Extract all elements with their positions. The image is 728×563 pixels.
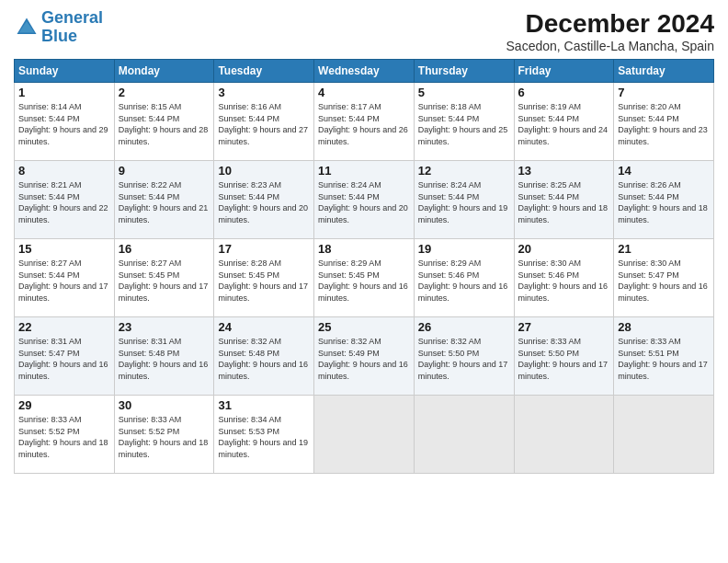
table-row: 14Sunrise: 8:26 AMSunset: 5:44 PMDayligh… — [614, 161, 714, 239]
table-row: 20Sunrise: 8:30 AMSunset: 5:46 PMDayligh… — [514, 239, 614, 317]
table-row: 17Sunrise: 8:28 AMSunset: 5:45 PMDayligh… — [214, 239, 314, 317]
table-row: 15Sunrise: 8:27 AMSunset: 5:44 PMDayligh… — [15, 239, 115, 317]
day-number: 2 — [119, 86, 210, 99]
day-number: 5 — [418, 86, 510, 99]
day-info: Sunrise: 8:33 AMSunset: 5:50 PMDaylight:… — [518, 336, 610, 382]
calendar-header-row: Sunday Monday Tuesday Wednesday Thursday… — [15, 60, 714, 83]
table-row: 7Sunrise: 8:20 AMSunset: 5:44 PMDaylight… — [614, 83, 714, 161]
day-number: 25 — [318, 320, 410, 334]
calendar-subtitle: Sacedon, Castille-La Mancha, Spain — [506, 39, 714, 53]
col-thursday: Thursday — [414, 60, 514, 83]
day-info: Sunrise: 8:32 AMSunset: 5:48 PMDaylight:… — [218, 336, 310, 382]
page: General Blue December 2024 Sacedon, Cast… — [0, 0, 728, 563]
table-row: 18Sunrise: 8:29 AMSunset: 5:45 PMDayligh… — [314, 239, 415, 317]
table-row: 29Sunrise: 8:33 AMSunset: 5:52 PMDayligh… — [15, 396, 115, 474]
day-number: 24 — [218, 320, 310, 334]
col-wednesday: Wednesday — [314, 60, 415, 83]
day-info: Sunrise: 8:32 AMSunset: 5:50 PMDaylight:… — [418, 336, 510, 382]
day-info: Sunrise: 8:29 AMSunset: 5:46 PMDaylight:… — [418, 258, 510, 304]
day-number: 23 — [119, 320, 210, 334]
day-number: 1 — [18, 86, 110, 99]
table-row: 4Sunrise: 8:17 AMSunset: 5:44 PMDaylight… — [314, 83, 415, 161]
day-info: Sunrise: 8:17 AMSunset: 5:44 PMDaylight:… — [318, 101, 410, 147]
day-info: Sunrise: 8:29 AMSunset: 5:45 PMDaylight:… — [318, 258, 410, 304]
table-row: 2Sunrise: 8:15 AMSunset: 5:44 PMDaylight… — [114, 83, 214, 161]
col-monday: Monday — [114, 60, 214, 83]
table-row: 3Sunrise: 8:16 AMSunset: 5:44 PMDaylight… — [214, 83, 314, 161]
calendar-week-row: 15Sunrise: 8:27 AMSunset: 5:44 PMDayligh… — [15, 239, 714, 317]
table-row — [414, 396, 514, 474]
day-info: Sunrise: 8:22 AMSunset: 5:44 PMDaylight:… — [119, 179, 210, 225]
calendar-week-row: 22Sunrise: 8:31 AMSunset: 5:47 PMDayligh… — [15, 317, 714, 396]
day-number: 9 — [119, 164, 210, 178]
day-info: Sunrise: 8:30 AMSunset: 5:47 PMDaylight:… — [618, 258, 710, 304]
day-info: Sunrise: 8:31 AMSunset: 5:47 PMDaylight:… — [18, 336, 110, 382]
day-number: 10 — [218, 164, 310, 178]
day-number: 11 — [318, 164, 410, 178]
day-number: 27 — [518, 320, 610, 334]
day-info: Sunrise: 8:32 AMSunset: 5:49 PMDaylight:… — [318, 336, 410, 382]
table-row: 21Sunrise: 8:30 AMSunset: 5:47 PMDayligh… — [614, 239, 714, 317]
day-info: Sunrise: 8:23 AMSunset: 5:44 PMDaylight:… — [218, 179, 310, 225]
day-number: 8 — [18, 164, 110, 178]
logo-general: General — [41, 8, 103, 27]
day-info: Sunrise: 8:33 AMSunset: 5:52 PMDaylight:… — [119, 414, 210, 460]
day-number: 16 — [119, 242, 210, 256]
day-number: 26 — [418, 320, 510, 334]
day-number: 15 — [18, 242, 110, 256]
col-saturday: Saturday — [614, 60, 714, 83]
table-row: 24Sunrise: 8:32 AMSunset: 5:48 PMDayligh… — [214, 317, 314, 396]
day-number: 21 — [618, 242, 710, 256]
day-info: Sunrise: 8:21 AMSunset: 5:44 PMDaylight:… — [18, 179, 110, 225]
table-row: 22Sunrise: 8:31 AMSunset: 5:47 PMDayligh… — [15, 317, 115, 396]
col-sunday: Sunday — [15, 60, 115, 83]
calendar-week-row: 1Sunrise: 8:14 AMSunset: 5:44 PMDaylight… — [15, 83, 714, 161]
table-row: 27Sunrise: 8:33 AMSunset: 5:50 PMDayligh… — [514, 317, 614, 396]
table-row — [314, 396, 415, 474]
day-info: Sunrise: 8:24 AMSunset: 5:44 PMDaylight:… — [418, 179, 510, 225]
calendar-week-row: 8Sunrise: 8:21 AMSunset: 5:44 PMDaylight… — [15, 161, 714, 239]
day-info: Sunrise: 8:33 AMSunset: 5:51 PMDaylight:… — [618, 336, 710, 382]
day-number: 28 — [618, 320, 710, 334]
table-row: 10Sunrise: 8:23 AMSunset: 5:44 PMDayligh… — [214, 161, 314, 239]
day-info: Sunrise: 8:34 AMSunset: 5:53 PMDaylight:… — [218, 414, 310, 460]
day-info: Sunrise: 8:19 AMSunset: 5:44 PMDaylight:… — [518, 101, 610, 147]
day-info: Sunrise: 8:14 AMSunset: 5:44 PMDaylight:… — [18, 101, 110, 147]
logo-icon — [14, 15, 40, 40]
table-row: 26Sunrise: 8:32 AMSunset: 5:50 PMDayligh… — [414, 317, 514, 396]
table-row: 28Sunrise: 8:33 AMSunset: 5:51 PMDayligh… — [614, 317, 714, 396]
table-row — [514, 396, 614, 474]
table-row: 31Sunrise: 8:34 AMSunset: 5:53 PMDayligh… — [214, 396, 314, 474]
day-info: Sunrise: 8:15 AMSunset: 5:44 PMDaylight:… — [119, 101, 210, 147]
day-number: 20 — [518, 242, 610, 256]
col-friday: Friday — [514, 60, 614, 83]
calendar-table: Sunday Monday Tuesday Wednesday Thursday… — [14, 59, 714, 474]
calendar-title: December 2024 — [506, 9, 714, 39]
day-number: 30 — [119, 398, 210, 412]
table-row: 9Sunrise: 8:22 AMSunset: 5:44 PMDaylight… — [114, 161, 214, 239]
day-info: Sunrise: 8:20 AMSunset: 5:44 PMDaylight:… — [618, 101, 710, 147]
day-number: 31 — [218, 398, 310, 412]
header: General Blue December 2024 Sacedon, Cast… — [14, 9, 714, 53]
day-info: Sunrise: 8:33 AMSunset: 5:52 PMDaylight:… — [18, 414, 110, 460]
table-row: 23Sunrise: 8:31 AMSunset: 5:48 PMDayligh… — [114, 317, 214, 396]
day-number: 3 — [218, 86, 310, 99]
day-number: 19 — [418, 242, 510, 256]
table-row: 12Sunrise: 8:24 AMSunset: 5:44 PMDayligh… — [414, 161, 514, 239]
day-info: Sunrise: 8:31 AMSunset: 5:48 PMDaylight:… — [119, 336, 210, 382]
table-row: 19Sunrise: 8:29 AMSunset: 5:46 PMDayligh… — [414, 239, 514, 317]
table-row: 6Sunrise: 8:19 AMSunset: 5:44 PMDaylight… — [514, 83, 614, 161]
table-row: 5Sunrise: 8:18 AMSunset: 5:44 PMDaylight… — [414, 83, 514, 161]
calendar-week-row: 29Sunrise: 8:33 AMSunset: 5:52 PMDayligh… — [15, 396, 714, 474]
day-number: 17 — [218, 242, 310, 256]
table-row: 1Sunrise: 8:14 AMSunset: 5:44 PMDaylight… — [15, 83, 115, 161]
day-info: Sunrise: 8:30 AMSunset: 5:46 PMDaylight:… — [518, 258, 610, 304]
day-info: Sunrise: 8:16 AMSunset: 5:44 PMDaylight:… — [218, 101, 310, 147]
day-info: Sunrise: 8:27 AMSunset: 5:45 PMDaylight:… — [119, 258, 210, 304]
day-number: 6 — [518, 86, 610, 99]
day-info: Sunrise: 8:27 AMSunset: 5:44 PMDaylight:… — [18, 258, 110, 304]
table-row: 25Sunrise: 8:32 AMSunset: 5:49 PMDayligh… — [314, 317, 415, 396]
day-info: Sunrise: 8:28 AMSunset: 5:45 PMDaylight:… — [218, 258, 310, 304]
title-block: December 2024 Sacedon, Castille-La Manch… — [506, 9, 714, 53]
table-row: 13Sunrise: 8:25 AMSunset: 5:44 PMDayligh… — [514, 161, 614, 239]
